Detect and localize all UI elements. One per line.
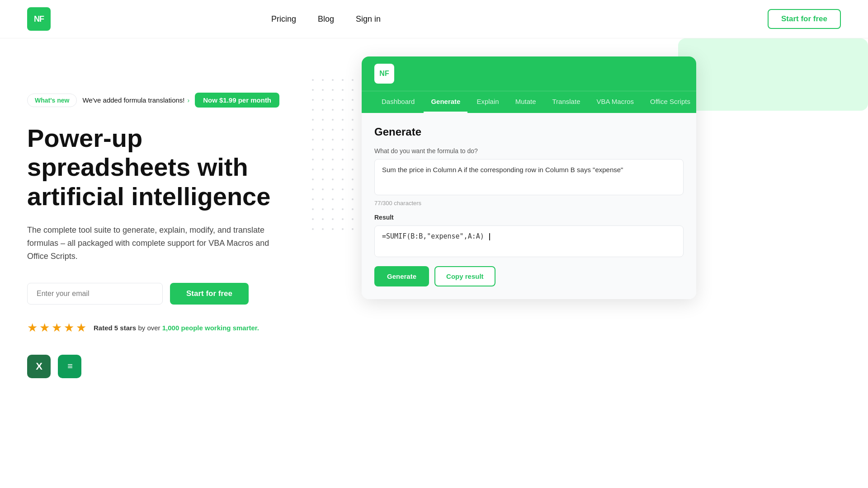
whats-new-badge[interactable]: What's new xyxy=(27,94,77,107)
rating-text: Rated 5 stars by over 1,000 people worki… xyxy=(94,324,259,332)
green-decoration xyxy=(678,38,868,111)
main-subtext: The complete tool suite to generate, exp… xyxy=(27,224,280,263)
price-badge[interactable]: Now $1.99 per month xyxy=(195,93,279,108)
result-box: =SUMIF(B:B,"expense",A:A) xyxy=(374,225,684,257)
main-heading: Power-up spreadsheets with artificial in… xyxy=(27,124,289,211)
prompt-label: What do you want the formula to do? xyxy=(374,147,684,155)
app-logo-text: NF xyxy=(379,70,389,78)
result-label: Result xyxy=(374,214,684,221)
tab-dashboard[interactable]: Dashboard xyxy=(374,91,422,113)
star-3: ★ xyxy=(52,321,62,335)
nav-link-signin[interactable]: Sign in xyxy=(356,14,381,24)
result-value: =SUMIF(B:B,"expense",A:A) xyxy=(382,232,484,240)
app-logo: NF xyxy=(374,64,394,84)
app-section-title: Generate xyxy=(374,126,684,138)
nav-links: Pricing Blog Sign in xyxy=(271,14,381,24)
star-5: ★ xyxy=(76,321,86,335)
app-body: Generate What do you want the formula to… xyxy=(362,113,696,299)
generate-button[interactable]: Generate xyxy=(374,266,429,286)
cta-row: Start for free xyxy=(27,283,335,305)
tab-office-scripts[interactable]: Office Scripts xyxy=(643,91,696,113)
prompt-textarea[interactable] xyxy=(374,159,684,195)
star-4: ★ xyxy=(64,321,74,335)
copy-result-button[interactable]: Copy result xyxy=(434,266,495,286)
tab-explain[interactable]: Explain xyxy=(469,91,506,113)
star-2: ★ xyxy=(39,321,50,335)
rating-count: 1,000 people working smarter. xyxy=(162,324,259,332)
star-1: ★ xyxy=(27,321,38,335)
nav-start-free-button[interactable]: Start for free xyxy=(768,9,841,29)
tab-translate[interactable]: Translate xyxy=(545,91,588,113)
google-sheets-icon: ≡ xyxy=(58,355,81,378)
nav-link-pricing[interactable]: Pricing xyxy=(271,14,296,24)
main-container: What's new We've added formula translati… xyxy=(0,38,868,378)
navbar: NF Pricing Blog Sign in Start for free xyxy=(0,0,868,38)
announcement-message[interactable]: We've added formula translations! › xyxy=(82,96,189,104)
star-rating: ★ ★ ★ ★ ★ xyxy=(27,321,86,335)
email-field[interactable] xyxy=(27,283,163,305)
chevron-right-icon: › xyxy=(188,97,190,104)
right-side: NF Dashboard Generate Explain Mutate Tra… xyxy=(335,56,841,350)
app-icons: X ≡ xyxy=(27,355,335,378)
announcement-bar: What's new We've added formula translati… xyxy=(27,93,335,108)
app-buttons: Generate Copy result xyxy=(374,266,684,286)
start-free-button[interactable]: Start for free xyxy=(170,283,249,305)
text-cursor xyxy=(489,233,490,240)
stars-row: ★ ★ ★ ★ ★ Rated 5 stars by over 1,000 pe… xyxy=(27,321,335,335)
tab-vba-macros[interactable]: VBA Macros xyxy=(589,91,641,113)
nav-right: Start for free xyxy=(768,9,841,29)
app-window: NF Dashboard Generate Explain Mutate Tra… xyxy=(362,56,696,299)
app-nav: Dashboard Generate Explain Mutate Transl… xyxy=(362,91,696,113)
logo[interactable]: NF xyxy=(27,7,51,31)
nav-link-blog[interactable]: Blog xyxy=(318,14,334,24)
app-header: NF xyxy=(362,56,696,91)
char-count: 77/300 characters xyxy=(374,200,684,206)
logo-text: NF xyxy=(34,14,44,24)
tab-mutate[interactable]: Mutate xyxy=(508,91,543,113)
left-side: What's new We've added formula translati… xyxy=(27,56,335,378)
excel-icon: X xyxy=(27,355,51,378)
tab-generate[interactable]: Generate xyxy=(424,91,467,113)
